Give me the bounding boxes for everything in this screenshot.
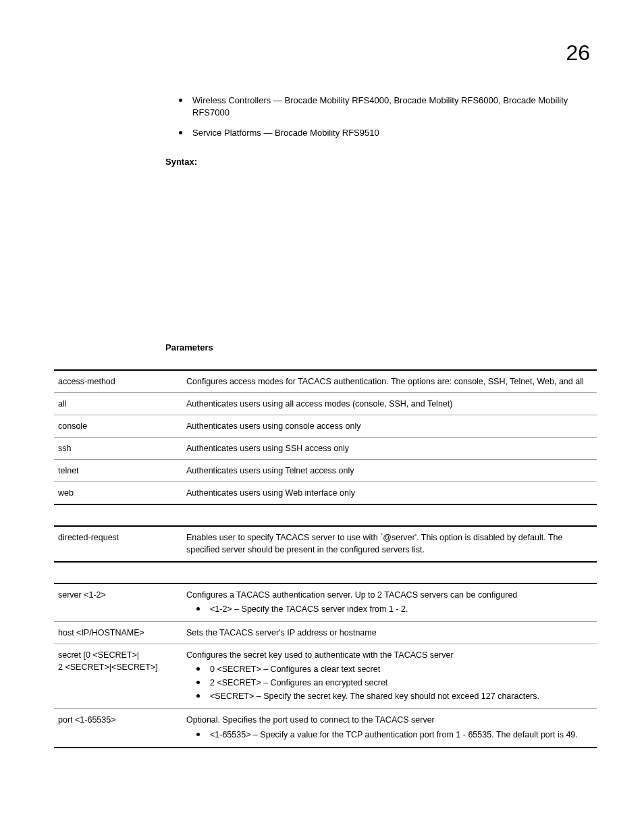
param-desc: Sets the TACACS server's IP address or h… bbox=[182, 621, 597, 644]
bullet-text: <1-65535> – Specify a value for the TCP … bbox=[210, 729, 593, 741]
bullet-text: 0 <SECRET> – Configures a clear text sec… bbox=[210, 663, 593, 675]
page-content: Wireless Controllers — Brocade Mobility … bbox=[54, 95, 597, 748]
param-desc: Configures the secret key used to authen… bbox=[182, 644, 597, 709]
page-number: 26 bbox=[566, 41, 590, 66]
table-row: telnet Authenticates users using Telnet … bbox=[54, 460, 597, 482]
table-row: all Authenticates users using all access… bbox=[54, 392, 597, 415]
param-name: access-method bbox=[54, 370, 182, 393]
parameters-table-2: directed-request Enables user to specify… bbox=[54, 525, 597, 562]
param-desc: Configures access modes for TACACS authe… bbox=[182, 370, 597, 393]
bullet-icon bbox=[179, 131, 182, 134]
param-name: host <IP/HOSTNAME> bbox=[54, 621, 182, 644]
param-name: port <1-65535> bbox=[54, 709, 182, 748]
param-name: web bbox=[54, 482, 182, 505]
table-row: server <1-2> Configures a TACACS authent… bbox=[54, 583, 597, 622]
param-name: secret [0 <SECRET>| 2 <SECRET>|<SECRET>] bbox=[54, 644, 182, 709]
table-row: ssh Authenticates users using SSH access… bbox=[54, 437, 597, 459]
param-desc: Optional. Specifies the port used to con… bbox=[182, 709, 597, 748]
bullet-text: Service Platforms — Brocade Mobility RFS… bbox=[192, 127, 597, 139]
bullet-icon bbox=[196, 681, 200, 684]
param-desc: Authenticates users using all access mod… bbox=[182, 392, 597, 415]
table-row: port <1-65535> Optional. Specifies the p… bbox=[54, 709, 597, 748]
table-row: secret [0 <SECRET>| 2 <SECRET>|<SECRET>]… bbox=[54, 644, 597, 709]
inner-bullet-list: <1-65535> – Specify a value for the TCP … bbox=[186, 729, 593, 741]
param-name: console bbox=[54, 415, 182, 437]
list-item: <1-65535> – Specify a value for the TCP … bbox=[186, 729, 593, 741]
list-item: <SECRET> – Specify the secret key. The s… bbox=[186, 690, 593, 702]
desc-text: Configures a TACACS authentication serve… bbox=[186, 590, 517, 600]
desc-text: Configures the secret key used to authen… bbox=[186, 650, 454, 660]
bullet-text: 2 <SECRET> – Configures an encrypted sec… bbox=[210, 677, 593, 689]
table-row: host <IP/HOSTNAME> Sets the TACACS serve… bbox=[54, 621, 597, 644]
bullet-icon bbox=[196, 667, 200, 671]
parameters-heading: Parameters bbox=[165, 342, 597, 353]
param-desc: Authenticates users using console access… bbox=[182, 415, 597, 437]
list-item: 2 <SECRET> – Configures an encrypted sec… bbox=[186, 677, 593, 689]
list-item: Wireless Controllers — Brocade Mobility … bbox=[179, 95, 597, 119]
bullet-icon bbox=[196, 733, 200, 736]
desc-text: Optional. Specifies the port used to con… bbox=[186, 715, 435, 725]
list-item: 0 <SECRET> – Configures a clear text sec… bbox=[186, 663, 593, 675]
inner-bullet-list: 0 <SECRET> – Configures a clear text sec… bbox=[186, 663, 593, 702]
table-row: access-method Configures access modes fo… bbox=[54, 370, 597, 393]
list-item: Service Platforms — Brocade Mobility RFS… bbox=[179, 127, 597, 139]
table-row: console Authenticates users using consol… bbox=[54, 415, 597, 437]
param-desc: Enables user to specify TACACS server to… bbox=[182, 526, 597, 561]
param-name: server <1-2> bbox=[54, 583, 182, 622]
param-name: telnet bbox=[54, 460, 182, 482]
table-row: web Authenticates users using Web interf… bbox=[54, 482, 597, 505]
parameters-table-3: server <1-2> Configures a TACACS authent… bbox=[54, 583, 597, 748]
param-desc: Configures a TACACS authentication serve… bbox=[182, 583, 597, 622]
bullet-icon bbox=[196, 694, 200, 698]
bullet-text: <1-2> – Specify the TACACS server index … bbox=[210, 603, 593, 615]
param-desc: Authenticates users using SSH access onl… bbox=[182, 437, 597, 459]
inner-bullet-list: <1-2> – Specify the TACACS server index … bbox=[186, 603, 593, 615]
parameters-table-1: access-method Configures access modes fo… bbox=[54, 369, 597, 506]
param-name: all bbox=[54, 392, 182, 415]
list-item: <1-2> – Specify the TACACS server index … bbox=[186, 603, 593, 615]
param-name: ssh bbox=[54, 437, 182, 459]
bullet-text: Wireless Controllers — Brocade Mobility … bbox=[192, 95, 597, 119]
syntax-heading: Syntax: bbox=[165, 157, 597, 167]
top-bullet-list: Wireless Controllers — Brocade Mobility … bbox=[179, 95, 597, 140]
param-name: directed-request bbox=[54, 526, 182, 561]
param-desc: Authenticates users using Web interface … bbox=[182, 482, 597, 505]
bullet-text: <SECRET> – Specify the secret key. The s… bbox=[210, 690, 593, 702]
bullet-icon bbox=[179, 99, 182, 102]
bullet-icon bbox=[196, 607, 200, 610]
table-row: directed-request Enables user to specify… bbox=[54, 526, 597, 561]
param-desc: Authenticates users using Telnet access … bbox=[182, 460, 597, 482]
